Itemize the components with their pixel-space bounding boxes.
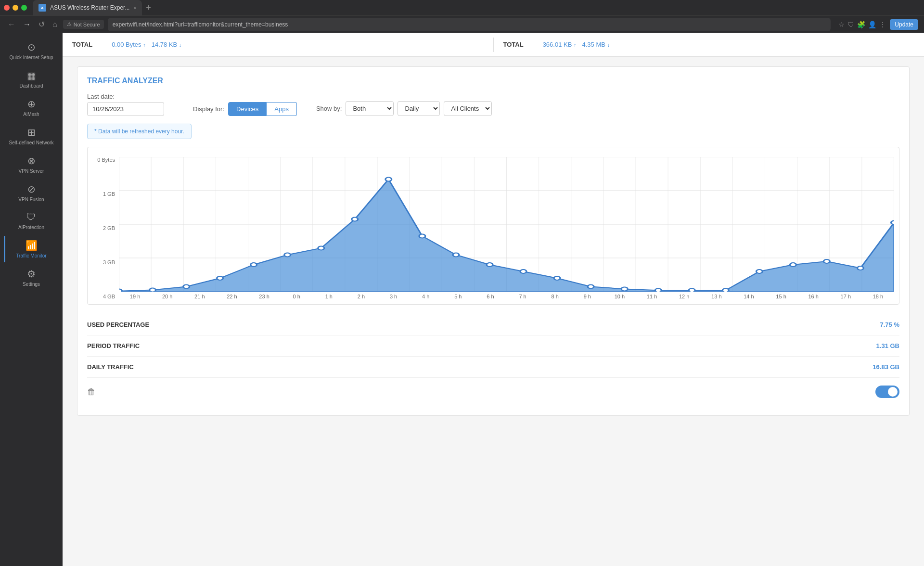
data-point-9 bbox=[419, 234, 425, 238]
total-label-right: TOTAL bbox=[503, 41, 524, 48]
upload-value-left: 0.00 Bytes ↑ bbox=[112, 41, 146, 48]
sidebar-item-aimesh[interactable]: ⊕ AiMesh bbox=[5, 94, 58, 121]
daily-traffic-row: DAILY TRAFFIC 16.83 GB bbox=[87, 357, 899, 378]
sidebar-item-quick-internet[interactable]: ⊙ Quick Internet Setup bbox=[5, 38, 58, 64]
y-label-4gb: 4 GB bbox=[92, 294, 115, 299]
sidebar-label-self-defined: Self-defined Network bbox=[9, 140, 54, 145]
x-label-23h: 23 h bbox=[248, 294, 281, 299]
home-button[interactable]: ⌂ bbox=[51, 18, 59, 31]
aimesh-icon: ⊕ bbox=[27, 98, 36, 110]
data-point-2 bbox=[183, 285, 190, 289]
show-by-section: Show by: Both Upload Download Daily Week… bbox=[316, 101, 492, 116]
period-select[interactable]: Daily Weekly Monthly bbox=[398, 101, 440, 116]
window-controls bbox=[4, 5, 27, 11]
data-point-5 bbox=[284, 253, 291, 257]
x-label-16h: 16 h bbox=[797, 294, 830, 299]
x-label-8h: 8 h bbox=[539, 294, 571, 299]
sidebar-label-vpn-server: VPN Server bbox=[19, 168, 44, 174]
settings-icon: ⚙ bbox=[27, 268, 36, 280]
profile-icon[interactable]: 👤 bbox=[868, 21, 876, 28]
chart-y-axis: 4 GB 3 GB 2 GB 1 GB 0 Bytes bbox=[92, 157, 119, 299]
x-label-7h: 7 h bbox=[507, 294, 539, 299]
sidebar-label-quick-internet: Quick Internet Setup bbox=[9, 55, 53, 60]
show-by-select[interactable]: Both Upload Download bbox=[346, 101, 394, 116]
toolbar-icons: ☆ 🛡 🧩 👤 ⋮ bbox=[838, 21, 886, 28]
tab-title: ASUS Wireless Router Exper... bbox=[50, 4, 129, 11]
date-input[interactable] bbox=[87, 102, 164, 116]
sidebar-item-traffic-monitor[interactable]: 📶 Traffic Monitor bbox=[5, 236, 58, 262]
security-badge: ⚠ Not Secure bbox=[63, 20, 104, 29]
used-percentage-row: USED PERCENTAGE 7.75 % bbox=[87, 314, 899, 335]
x-label-3h: 3 h bbox=[377, 294, 410, 299]
back-button[interactable]: ← bbox=[6, 18, 17, 31]
sidebar-item-dashboard[interactable]: ▦ Dashboard bbox=[5, 66, 58, 92]
data-point-11 bbox=[487, 263, 493, 267]
security-text: Not Secure bbox=[74, 22, 100, 27]
bottom-bar: 🗑 bbox=[87, 378, 899, 406]
data-point-20 bbox=[790, 263, 796, 267]
stats-values-left: 0.00 Bytes ↑ 14.78 KB ↓ bbox=[112, 41, 181, 48]
minimize-window-button[interactable] bbox=[13, 5, 18, 11]
sidebar-item-aiprotection[interactable]: 🛡 AiProtection bbox=[5, 208, 58, 234]
y-label-0bytes: 0 Bytes bbox=[92, 157, 115, 163]
update-button[interactable]: Update bbox=[890, 19, 918, 30]
more-icon[interactable]: ⋮ bbox=[879, 21, 886, 28]
sidebar-item-vpn-fusion[interactable]: ⊘ VPN Fusion bbox=[5, 180, 58, 206]
maximize-window-button[interactable] bbox=[21, 5, 27, 11]
sidebar-label-vpn-fusion: VPN Fusion bbox=[18, 197, 44, 202]
x-label-4h: 4 h bbox=[410, 294, 442, 299]
sidebar-label-traffic-monitor: Traffic Monitor bbox=[16, 253, 46, 258]
clients-select[interactable]: All Clients bbox=[444, 101, 492, 116]
shield-icon[interactable]: 🛡 bbox=[847, 21, 854, 28]
data-point-19 bbox=[756, 270, 762, 273]
show-by-label: Show by: bbox=[316, 105, 342, 112]
devices-toggle-button[interactable]: Devices bbox=[228, 102, 267, 116]
new-tab-button[interactable]: + bbox=[146, 3, 151, 13]
x-label-9h: 9 h bbox=[571, 294, 603, 299]
address-bar[interactable]: expertwifi.net/index.html?url=trafficmon… bbox=[108, 18, 831, 31]
stats-bar: TOTAL 0.00 Bytes ↑ 14.78 KB ↓ TOTAL 366.… bbox=[63, 33, 924, 57]
x-label-15h: 15 h bbox=[765, 294, 797, 299]
sidebar-item-settings[interactable]: ⚙ Settings bbox=[5, 264, 58, 291]
traffic-analyzer-panel: TRAFFIC ANALYZER Last date: Display for:… bbox=[77, 66, 910, 416]
download-value-right: 4.35 MB ↓ bbox=[582, 41, 610, 48]
apps-toggle-button[interactable]: Apps bbox=[267, 102, 297, 116]
upload-value-right: 366.01 KB ↑ bbox=[543, 41, 577, 48]
x-label-18h: 18 h bbox=[862, 294, 894, 299]
bookmark-icon[interactable]: ☆ bbox=[838, 21, 845, 28]
download-value-left: 14.78 KB ↓ bbox=[152, 41, 182, 48]
data-point-15 bbox=[621, 287, 628, 291]
sidebar: ⊙ Quick Internet Setup ▦ Dashboard ⊕ AiM… bbox=[0, 33, 63, 566]
sidebar-label-settings: Settings bbox=[23, 282, 40, 287]
page-content: TRAFFIC ANALYZER Last date: Display for:… bbox=[63, 57, 924, 566]
dashboard-icon: ▦ bbox=[27, 70, 36, 81]
x-label-0h: 0 h bbox=[281, 294, 313, 299]
info-banner: * Data will be refreshed every hour. bbox=[87, 124, 192, 139]
active-tab[interactable]: A ASUS Wireless Router Exper... × bbox=[33, 0, 142, 15]
x-label-17h: 17 h bbox=[830, 294, 862, 299]
extensions-icon[interactable]: 🧩 bbox=[857, 21, 865, 28]
sidebar-label-aimesh: AiMesh bbox=[23, 112, 39, 117]
delete-button[interactable]: 🗑 bbox=[87, 387, 96, 397]
chart-x-axis: 19 h 20 h 21 h 22 h 23 h 0 h 1 h 2 h 3 h… bbox=[119, 292, 894, 299]
data-point-12 bbox=[520, 270, 526, 273]
close-window-button[interactable] bbox=[4, 5, 10, 11]
data-point-1 bbox=[150, 288, 156, 292]
sidebar-item-vpn-server[interactable]: ⊗ VPN Server bbox=[5, 151, 58, 178]
data-point-16 bbox=[655, 288, 661, 292]
aiprotection-icon: 🛡 bbox=[26, 212, 36, 223]
url-text: expertwifi.net/index.html?url=trafficmon… bbox=[113, 21, 288, 28]
forward-button[interactable]: → bbox=[21, 18, 33, 31]
tab-close-button[interactable]: × bbox=[133, 5, 136, 11]
chart-svg bbox=[119, 157, 894, 292]
enable-toggle[interactable] bbox=[875, 386, 899, 398]
tab-favicon: A bbox=[38, 4, 46, 12]
browser-chrome: A ASUS Wireless Router Exper... × + ← → … bbox=[0, 0, 924, 33]
quick-internet-icon: ⊙ bbox=[27, 41, 36, 53]
x-label-11h: 11 h bbox=[636, 294, 668, 299]
sidebar-item-self-defined-network[interactable]: ⊞ Self-defined Network bbox=[5, 123, 58, 149]
data-point-4 bbox=[251, 263, 257, 267]
data-point-14 bbox=[588, 285, 594, 289]
reload-button[interactable]: ↺ bbox=[37, 18, 47, 31]
sidebar-label-aiprotection: AiProtection bbox=[18, 225, 44, 230]
